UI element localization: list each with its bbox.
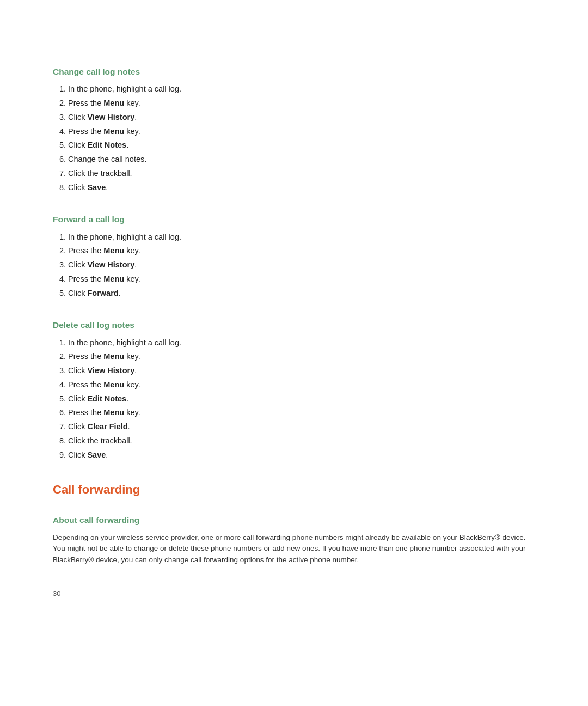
- list-item: Click Save.: [68, 182, 535, 194]
- major-heading-call-forwarding: Call forwarding: [53, 480, 535, 498]
- list-item: Click Forward.: [68, 288, 535, 300]
- list-item: Press the Menu key.: [68, 245, 535, 257]
- section-delete-call-log-notes: Delete call log notes In the phone, high…: [53, 319, 535, 461]
- bold-text: Menu: [103, 127, 124, 136]
- bold-text: View History: [87, 113, 134, 121]
- steps-list-delete: In the phone, highlight a call log. Pres…: [68, 337, 535, 461]
- section-heading-forward: Forward a call log: [53, 213, 535, 226]
- section-heading-change: Change call log notes: [53, 65, 535, 78]
- list-item: Click Clear Field.: [68, 421, 535, 433]
- bold-text: Menu: [103, 246, 124, 255]
- bold-text: View History: [87, 260, 134, 269]
- list-item: Press the Menu key.: [68, 126, 535, 138]
- bold-text: View History: [87, 366, 134, 375]
- list-item: Change the call notes.: [68, 154, 535, 166]
- bold-text: Forward: [87, 289, 118, 297]
- bold-text: Menu: [103, 352, 124, 361]
- list-item: Press the Menu key.: [68, 351, 535, 363]
- steps-list-change: In the phone, highlight a call log. Pres…: [68, 83, 535, 193]
- list-item: Click the trackball.: [68, 168, 535, 180]
- list-item: Click Save.: [68, 449, 535, 461]
- bold-text: Menu: [103, 408, 124, 417]
- bold-text: Edit Notes: [87, 394, 126, 403]
- bold-text: Menu: [103, 275, 124, 283]
- section-heading-about-forwarding: About call forwarding: [53, 514, 535, 526]
- list-item: Click Edit Notes.: [68, 139, 535, 151]
- list-item: In the phone, highlight a call log.: [68, 232, 535, 244]
- list-item: Press the Menu key.: [68, 98, 535, 109]
- list-item: Press the Menu key.: [68, 407, 535, 419]
- page-container: Change call log notes In the phone, high…: [0, 0, 588, 615]
- list-item: Click View History.: [68, 112, 535, 124]
- list-item: Press the Menu key.: [68, 379, 535, 391]
- list-item: In the phone, highlight a call log.: [68, 337, 535, 349]
- list-item: In the phone, highlight a call log.: [68, 83, 535, 95]
- section-heading-delete: Delete call log notes: [53, 319, 535, 331]
- bold-text: Menu: [103, 380, 124, 389]
- bold-text: Save: [87, 183, 106, 192]
- bold-text: Save: [87, 451, 106, 459]
- section-call-forwarding: Call forwarding About call forwarding De…: [53, 480, 535, 566]
- bold-text: Edit Notes: [87, 141, 126, 149]
- section-change-call-log-notes: Change call log notes In the phone, high…: [53, 65, 535, 193]
- section-forward-call-log: Forward a call log In the phone, highlig…: [53, 213, 535, 299]
- list-item: Click View History.: [68, 365, 535, 377]
- about-forwarding-paragraph: Depending on your wireless service provi…: [53, 532, 535, 567]
- bold-text: Clear Field: [87, 422, 127, 431]
- steps-list-forward: In the phone, highlight a call log. Pres…: [68, 232, 535, 300]
- list-item: Press the Menu key.: [68, 273, 535, 285]
- bold-text: Menu: [103, 99, 124, 107]
- list-item: Click Edit Notes.: [68, 393, 535, 405]
- list-item: Click the trackball.: [68, 435, 535, 447]
- list-item: Click View History.: [68, 259, 535, 271]
- page-number: 30: [53, 588, 60, 599]
